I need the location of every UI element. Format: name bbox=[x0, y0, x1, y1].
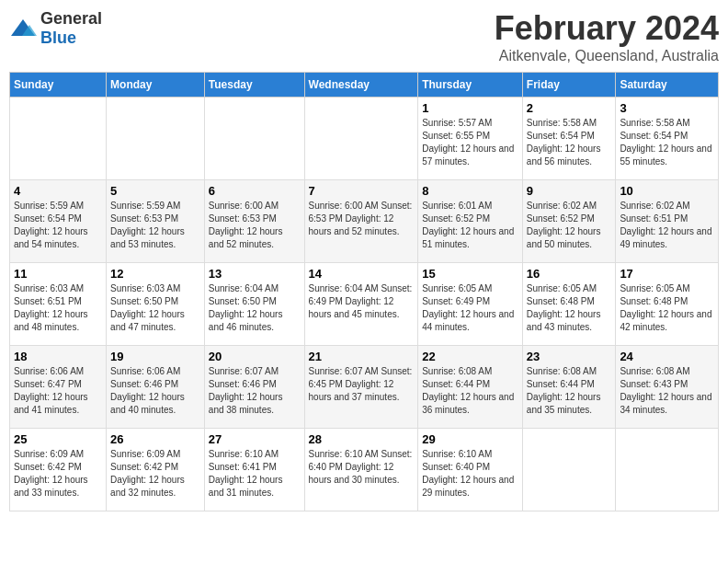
calendar-cell: 7Sunrise: 6:00 AM Sunset: 6:53 PM Daylig… bbox=[304, 180, 418, 263]
calendar-cell: 10Sunrise: 6:02 AM Sunset: 6:51 PM Dayli… bbox=[616, 180, 719, 263]
calendar-cell bbox=[616, 429, 719, 511]
day-info: Sunrise: 6:10 AM Sunset: 6:41 PM Dayligh… bbox=[209, 448, 301, 500]
calendar-cell bbox=[10, 98, 107, 180]
day-info: Sunrise: 6:02 AM Sunset: 6:51 PM Dayligh… bbox=[620, 200, 714, 251]
day-info: Sunrise: 6:03 AM Sunset: 6:50 PM Dayligh… bbox=[110, 282, 200, 334]
day-number: 13 bbox=[209, 267, 301, 281]
day-number: 27 bbox=[209, 432, 301, 446]
day-info: Sunrise: 6:01 AM Sunset: 6:52 PM Dayligh… bbox=[422, 200, 518, 251]
calendar-cell: 8Sunrise: 6:01 AM Sunset: 6:52 PM Daylig… bbox=[418, 180, 523, 263]
calendar-cell: 13Sunrise: 6:04 AM Sunset: 6:50 PM Dayli… bbox=[204, 263, 304, 346]
day-number: 14 bbox=[309, 267, 415, 281]
day-number: 5 bbox=[110, 184, 200, 198]
week-row-3: 11Sunrise: 6:03 AM Sunset: 6:51 PM Dayli… bbox=[10, 263, 719, 346]
day-info: Sunrise: 6:05 AM Sunset: 6:48 PM Dayligh… bbox=[620, 282, 714, 334]
day-number: 2 bbox=[527, 101, 612, 115]
col-header-saturday: Saturday bbox=[616, 73, 719, 98]
calendar-cell: 27Sunrise: 6:10 AM Sunset: 6:41 PM Dayli… bbox=[204, 429, 304, 511]
header: General Blue February 2024 Aitkenvale, Q… bbox=[9, 9, 719, 64]
calendar-cell: 1Sunrise: 5:57 AM Sunset: 6:55 PM Daylig… bbox=[418, 98, 523, 180]
day-number: 18 bbox=[14, 350, 102, 363]
calendar-cell: 14Sunrise: 6:04 AM Sunset: 6:49 PM Dayli… bbox=[304, 263, 418, 346]
calendar-cell: 26Sunrise: 6:09 AM Sunset: 6:42 PM Dayli… bbox=[107, 429, 205, 511]
calendar-cell: 6Sunrise: 6:00 AM Sunset: 6:53 PM Daylig… bbox=[204, 180, 304, 263]
calendar-cell bbox=[304, 98, 418, 180]
calendar-cell: 22Sunrise: 6:08 AM Sunset: 6:44 PM Dayli… bbox=[418, 346, 523, 429]
calendar-cell: 5Sunrise: 5:59 AM Sunset: 6:53 PM Daylig… bbox=[107, 180, 205, 263]
day-info: Sunrise: 6:06 AM Sunset: 6:46 PM Dayligh… bbox=[110, 365, 200, 417]
day-info: Sunrise: 6:05 AM Sunset: 6:49 PM Dayligh… bbox=[422, 282, 518, 334]
calendar-cell: 19Sunrise: 6:06 AM Sunset: 6:46 PM Dayli… bbox=[107, 346, 205, 429]
calendar-cell: 11Sunrise: 6:03 AM Sunset: 6:51 PM Dayli… bbox=[10, 263, 107, 346]
day-info: Sunrise: 6:04 AM Sunset: 6:50 PM Dayligh… bbox=[209, 282, 301, 334]
logo-icon bbox=[9, 17, 37, 40]
day-info: Sunrise: 6:08 AM Sunset: 6:44 PM Dayligh… bbox=[527, 365, 612, 417]
day-number: 20 bbox=[209, 350, 301, 363]
week-row-1: 1Sunrise: 5:57 AM Sunset: 6:55 PM Daylig… bbox=[10, 98, 719, 180]
calendar-cell: 24Sunrise: 6:08 AM Sunset: 6:43 PM Dayli… bbox=[616, 346, 719, 429]
calendar-cell: 9Sunrise: 6:02 AM Sunset: 6:52 PM Daylig… bbox=[522, 180, 616, 263]
day-number: 10 bbox=[620, 184, 714, 198]
col-header-sunday: Sunday bbox=[10, 73, 107, 98]
col-header-friday: Friday bbox=[522, 73, 616, 98]
calendar-cell: 28Sunrise: 6:10 AM Sunset: 6:40 PM Dayli… bbox=[304, 429, 418, 511]
day-info: Sunrise: 5:57 AM Sunset: 6:55 PM Dayligh… bbox=[422, 117, 518, 168]
day-number: 23 bbox=[527, 350, 612, 363]
week-row-5: 25Sunrise: 6:09 AM Sunset: 6:42 PM Dayli… bbox=[10, 429, 719, 511]
calendar-cell: 4Sunrise: 5:59 AM Sunset: 6:54 PM Daylig… bbox=[10, 180, 107, 263]
calendar-cell: 18Sunrise: 6:06 AM Sunset: 6:47 PM Dayli… bbox=[10, 346, 107, 429]
logo: General Blue bbox=[9, 9, 102, 48]
col-header-thursday: Thursday bbox=[418, 73, 523, 98]
calendar-cell: 21Sunrise: 6:07 AM Sunset: 6:45 PM Dayli… bbox=[304, 346, 418, 429]
calendar-table: SundayMondayTuesdayWednesdayThursdayFrid… bbox=[9, 72, 719, 511]
day-number: 7 bbox=[309, 184, 415, 198]
calendar-cell bbox=[522, 429, 616, 511]
day-info: Sunrise: 6:00 AM Sunset: 6:53 PM Dayligh… bbox=[209, 200, 301, 251]
logo-blue-text: Blue bbox=[40, 29, 76, 47]
day-info: Sunrise: 5:59 AM Sunset: 6:54 PM Dayligh… bbox=[14, 200, 102, 251]
calendar-cell: 16Sunrise: 6:05 AM Sunset: 6:48 PM Dayli… bbox=[522, 263, 616, 346]
calendar-cell: 17Sunrise: 6:05 AM Sunset: 6:48 PM Dayli… bbox=[616, 263, 719, 346]
day-number: 25 bbox=[14, 432, 102, 446]
day-info: Sunrise: 6:00 AM Sunset: 6:53 PM Dayligh… bbox=[309, 200, 415, 238]
day-number: 1 bbox=[422, 101, 518, 115]
calendar-cell: 29Sunrise: 6:10 AM Sunset: 6:40 PM Dayli… bbox=[418, 429, 523, 511]
day-number: 21 bbox=[309, 350, 415, 363]
day-info: Sunrise: 5:58 AM Sunset: 6:54 PM Dayligh… bbox=[620, 117, 714, 168]
calendar-cell: 23Sunrise: 6:08 AM Sunset: 6:44 PM Dayli… bbox=[522, 346, 616, 429]
day-number: 29 bbox=[422, 432, 518, 446]
day-number: 4 bbox=[14, 184, 102, 198]
day-number: 24 bbox=[620, 350, 714, 363]
calendar-cell: 15Sunrise: 6:05 AM Sunset: 6:49 PM Dayli… bbox=[418, 263, 523, 346]
day-info: Sunrise: 6:02 AM Sunset: 6:52 PM Dayligh… bbox=[527, 200, 612, 251]
day-number: 12 bbox=[110, 267, 200, 281]
day-number: 6 bbox=[209, 184, 301, 198]
day-number: 19 bbox=[110, 350, 200, 363]
day-info: Sunrise: 6:05 AM Sunset: 6:48 PM Dayligh… bbox=[527, 282, 612, 334]
week-row-4: 18Sunrise: 6:06 AM Sunset: 6:47 PM Dayli… bbox=[10, 346, 719, 429]
calendar-cell: 2Sunrise: 5:58 AM Sunset: 6:54 PM Daylig… bbox=[522, 98, 616, 180]
day-info: Sunrise: 5:59 AM Sunset: 6:53 PM Dayligh… bbox=[110, 200, 200, 251]
day-number: 28 bbox=[309, 432, 415, 446]
day-number: 17 bbox=[620, 267, 714, 281]
calendar-cell bbox=[204, 98, 304, 180]
day-info: Sunrise: 5:58 AM Sunset: 6:54 PM Dayligh… bbox=[527, 117, 612, 168]
day-info: Sunrise: 6:10 AM Sunset: 6:40 PM Dayligh… bbox=[422, 448, 518, 500]
week-row-2: 4Sunrise: 5:59 AM Sunset: 6:54 PM Daylig… bbox=[10, 180, 719, 263]
day-info: Sunrise: 6:09 AM Sunset: 6:42 PM Dayligh… bbox=[110, 448, 200, 500]
calendar-cell: 25Sunrise: 6:09 AM Sunset: 6:42 PM Dayli… bbox=[10, 429, 107, 511]
day-number: 22 bbox=[422, 350, 518, 363]
calendar-cell: 20Sunrise: 6:07 AM Sunset: 6:46 PM Dayli… bbox=[204, 346, 304, 429]
day-number: 3 bbox=[620, 101, 714, 115]
day-number: 8 bbox=[422, 184, 518, 198]
day-info: Sunrise: 6:08 AM Sunset: 6:43 PM Dayligh… bbox=[620, 365, 714, 417]
col-header-tuesday: Tuesday bbox=[204, 73, 304, 98]
day-info: Sunrise: 6:08 AM Sunset: 6:44 PM Dayligh… bbox=[422, 365, 518, 417]
calendar-cell: 12Sunrise: 6:03 AM Sunset: 6:50 PM Dayli… bbox=[107, 263, 205, 346]
title-area: February 2024 Aitkenvale, Queensland, Au… bbox=[495, 9, 719, 64]
day-info: Sunrise: 6:09 AM Sunset: 6:42 PM Dayligh… bbox=[14, 448, 102, 500]
day-info: Sunrise: 6:07 AM Sunset: 6:46 PM Dayligh… bbox=[209, 365, 301, 417]
logo-general-text: General bbox=[40, 9, 102, 28]
col-header-monday: Monday bbox=[107, 73, 205, 98]
col-header-wednesday: Wednesday bbox=[304, 73, 418, 98]
